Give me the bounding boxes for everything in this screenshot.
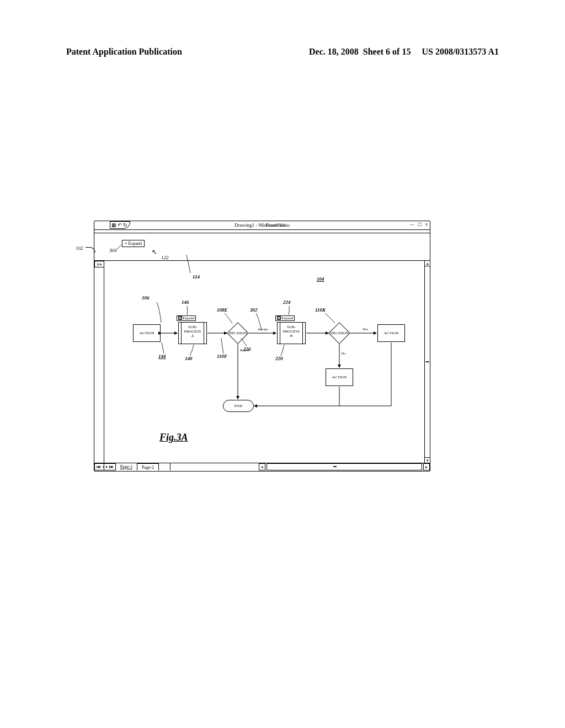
scroll-right[interactable]: ▸ bbox=[423, 463, 430, 470]
titlebar: ▦ ↶ ↻ Drawing1 - Microsoft Visio Flowcha… bbox=[94, 221, 430, 230]
save-icon[interactable]: ▦ bbox=[111, 222, 116, 228]
edge-no: No bbox=[342, 351, 346, 355]
ref-110F: 110F bbox=[217, 354, 227, 359]
horizontal-scrollbar[interactable]: ◂ ▬ ▸ bbox=[170, 463, 430, 470]
scroll-thumb-h[interactable]: ▬ bbox=[333, 464, 337, 469]
end-terminator[interactable]: END bbox=[223, 400, 254, 412]
ref-114: 114 bbox=[193, 274, 200, 280]
scroll-track-h[interactable] bbox=[266, 463, 422, 470]
workspace: >> ▴ ▬ ▾ ACTION SUB- PROCESS A ⊞Expand D… bbox=[94, 261, 430, 470]
drawing-canvas[interactable]: ACTION SUB- PROCESS A ⊞Expand DECISION S… bbox=[104, 261, 424, 463]
figure-label: Fig.3A bbox=[159, 432, 188, 443]
scroll-left[interactable]: ◂ bbox=[259, 463, 265, 470]
ref-220: 220 bbox=[275, 356, 283, 361]
action-box-2[interactable]: ACTION bbox=[377, 324, 405, 342]
decision-2[interactable]: DECISION bbox=[328, 322, 350, 344]
ref-226: 226 bbox=[243, 346, 251, 352]
edge-accept: Accept bbox=[258, 327, 268, 331]
expand-tag-b[interactable]: ⊞Expand bbox=[275, 315, 295, 321]
expand-tag-a[interactable]: ⊞Expand bbox=[177, 315, 196, 321]
minimize-button[interactable]: — bbox=[410, 222, 414, 227]
ref-106: 106 bbox=[142, 295, 150, 301]
expand-panel-button[interactable]: >> bbox=[94, 261, 104, 267]
action-box-1[interactable]: ACTION bbox=[133, 324, 161, 342]
subprocess-a[interactable]: SUB- PROCESS A bbox=[178, 322, 207, 344]
ref-110K: 110K bbox=[315, 307, 326, 313]
page-tab-1[interactable]: Page-1 bbox=[116, 463, 137, 470]
subprocess-b[interactable]: SUB- PROCESS B bbox=[277, 322, 306, 344]
decision-1[interactable]: DECISION bbox=[227, 322, 249, 344]
ref-144: 144 bbox=[158, 354, 166, 359]
shapes-panel-collapsed[interactable]: >> bbox=[94, 261, 104, 470]
page-nav-controls[interactable]: ⏮ ◀ ▶ ⏭ bbox=[94, 463, 116, 470]
ref-146: 146 bbox=[182, 299, 189, 305]
action-box-3[interactable]: ACTION bbox=[326, 368, 353, 386]
cursor-icon: ↖ bbox=[152, 249, 157, 255]
scroll-down[interactable]: ▾ bbox=[425, 457, 430, 463]
header-pubno: US 2008/0313573 A1 bbox=[422, 47, 499, 57]
maximize-button[interactable]: ▢ bbox=[418, 222, 422, 227]
redo-icon[interactable]: ↻ bbox=[123, 222, 127, 228]
expand-button[interactable]: +Expand bbox=[122, 240, 145, 247]
header-publication: Patent Application Publication bbox=[66, 47, 182, 57]
ref-102: 102 bbox=[76, 245, 83, 251]
edge-yes: Yes bbox=[363, 327, 368, 331]
ref-140: 140 bbox=[185, 356, 193, 361]
ribbon-area: +Expand ↖ bbox=[94, 233, 430, 261]
page-tab-2[interactable]: Page-2 bbox=[137, 463, 159, 470]
header-sheet: Dec. 18, 2008 Sheet 6 of 15 bbox=[309, 47, 411, 57]
ref-122: 122 bbox=[161, 255, 169, 260]
app-window: ▦ ↶ ↻ Drawing1 - Microsoft Visio Flowcha… bbox=[94, 221, 430, 472]
close-button[interactable]: x bbox=[425, 222, 428, 227]
scroll-up[interactable]: ▴ bbox=[425, 261, 430, 266]
statusbar: ⏮ ◀ ▶ ⏭ Page-1 Page-2 ◂ ▬ ▸ bbox=[94, 463, 430, 470]
connectors: Accept Reject Yes No bbox=[104, 261, 424, 459]
ribbon-tab-label: Flowchart bbox=[265, 222, 286, 228]
ref-304: 304 bbox=[109, 248, 117, 253]
vertical-scrollbar[interactable]: ▴ ▬ ▾ bbox=[424, 261, 430, 463]
quick-access-toolbar[interactable]: ▦ ↶ ↻ bbox=[110, 221, 130, 229]
undo-icon[interactable]: ↶ bbox=[118, 222, 122, 228]
scroll-thumb-v[interactable]: ▬ bbox=[425, 359, 430, 365]
ref-302: 302 bbox=[250, 307, 258, 313]
ref-104: 104 bbox=[317, 276, 324, 282]
ref-224: 224 bbox=[283, 299, 291, 305]
plus-icon: + bbox=[125, 241, 127, 246]
ref-108E: 108E bbox=[217, 307, 228, 313]
